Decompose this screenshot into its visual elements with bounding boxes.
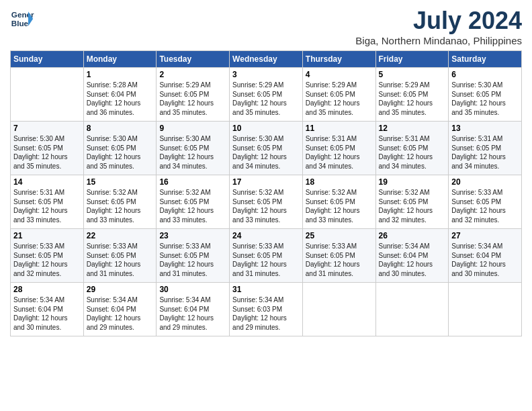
- calendar-day-cell: [302, 283, 375, 336]
- day-number: 1: [87, 70, 154, 79]
- calendar-week-row: 28Sunrise: 5:34 AM Sunset: 6:04 PM Dayli…: [11, 283, 522, 336]
- calendar-day-cell: 23Sunrise: 5:33 AM Sunset: 6:05 PM Dayli…: [157, 229, 230, 283]
- day-info: Sunrise: 5:31 AM Sunset: 6:05 PM Dayligh…: [379, 134, 446, 171]
- calendar-day-cell: 20Sunrise: 5:33 AM Sunset: 6:05 PM Dayli…: [449, 175, 522, 229]
- day-info: Sunrise: 5:33 AM Sunset: 6:05 PM Dayligh…: [306, 242, 373, 278]
- calendar-week-row: 21Sunrise: 5:33 AM Sunset: 6:05 PM Dayli…: [11, 229, 522, 283]
- day-number: 5: [379, 70, 446, 79]
- calendar-day-cell: 12Sunrise: 5:31 AM Sunset: 6:05 PM Dayli…: [375, 122, 449, 175]
- logo-icon: General Blue: [10, 7, 34, 31]
- calendar-day-cell: 4Sunrise: 5:29 AM Sunset: 6:05 PM Daylig…: [302, 68, 375, 122]
- calendar-day-cell: 14Sunrise: 5:31 AM Sunset: 6:05 PM Dayli…: [11, 175, 84, 229]
- day-info: Sunrise: 5:30 AM Sunset: 6:05 PM Dayligh…: [87, 134, 154, 171]
- weekday-header-cell: Monday: [83, 51, 157, 68]
- day-info: Sunrise: 5:33 AM Sunset: 6:05 PM Dayligh…: [232, 242, 300, 278]
- day-number: 31: [232, 285, 300, 294]
- month-year: July 2024: [355, 7, 522, 35]
- day-info: Sunrise: 5:33 AM Sunset: 6:05 PM Dayligh…: [451, 188, 519, 224]
- location: Biga, Northern Mindanao, Philippines: [355, 35, 522, 46]
- day-number: 23: [159, 231, 226, 240]
- calendar-body: 1Sunrise: 5:28 AM Sunset: 6:04 PM Daylig…: [11, 68, 522, 336]
- calendar-day-cell: 18Sunrise: 5:32 AM Sunset: 6:05 PM Dayli…: [302, 175, 375, 229]
- day-number: 30: [159, 285, 226, 294]
- day-info: Sunrise: 5:34 AM Sunset: 6:04 PM Dayligh…: [159, 295, 226, 332]
- svg-text:Blue: Blue: [11, 19, 29, 28]
- calendar-day-cell: 8Sunrise: 5:30 AM Sunset: 6:05 PM Daylig…: [83, 122, 157, 175]
- calendar-day-cell: 16Sunrise: 5:32 AM Sunset: 6:05 PM Dayli…: [157, 175, 230, 229]
- calendar-day-cell: 9Sunrise: 5:30 AM Sunset: 6:05 PM Daylig…: [157, 122, 230, 175]
- calendar-week-row: 1Sunrise: 5:28 AM Sunset: 6:04 PM Daylig…: [11, 68, 522, 122]
- day-number: 20: [451, 177, 519, 187]
- day-number: 21: [13, 231, 81, 240]
- weekday-header-cell: Saturday: [449, 51, 522, 68]
- day-info: Sunrise: 5:30 AM Sunset: 6:05 PM Dayligh…: [232, 134, 300, 171]
- day-number: 22: [87, 231, 154, 240]
- day-number: 12: [379, 124, 446, 133]
- calendar-day-cell: 31Sunrise: 5:34 AM Sunset: 6:03 PM Dayli…: [230, 283, 303, 336]
- day-number: 26: [379, 231, 446, 240]
- day-number: 25: [306, 231, 373, 240]
- calendar-day-cell: 6Sunrise: 5:30 AM Sunset: 6:05 PM Daylig…: [449, 68, 522, 122]
- day-info: Sunrise: 5:33 AM Sunset: 6:05 PM Dayligh…: [159, 242, 226, 278]
- day-info: Sunrise: 5:32 AM Sunset: 6:05 PM Dayligh…: [232, 188, 300, 224]
- weekday-header-cell: Tuesday: [157, 51, 230, 68]
- calendar-week-row: 14Sunrise: 5:31 AM Sunset: 6:05 PM Dayli…: [11, 175, 522, 229]
- day-number: 11: [306, 124, 373, 133]
- day-info: Sunrise: 5:32 AM Sunset: 6:05 PM Dayligh…: [306, 188, 373, 224]
- day-number: 28: [13, 285, 81, 294]
- day-number: 18: [306, 177, 373, 187]
- calendar-day-cell: 24Sunrise: 5:33 AM Sunset: 6:05 PM Dayli…: [230, 229, 303, 283]
- day-info: Sunrise: 5:28 AM Sunset: 6:04 PM Dayligh…: [87, 81, 154, 117]
- calendar-day-cell: 19Sunrise: 5:32 AM Sunset: 6:05 PM Dayli…: [375, 175, 449, 229]
- day-info: Sunrise: 5:32 AM Sunset: 6:05 PM Dayligh…: [159, 188, 226, 224]
- day-number: 17: [232, 177, 300, 187]
- day-info: Sunrise: 5:34 AM Sunset: 6:04 PM Dayligh…: [379, 242, 446, 278]
- day-number: 7: [13, 124, 81, 133]
- day-info: Sunrise: 5:33 AM Sunset: 6:05 PM Dayligh…: [13, 242, 81, 278]
- day-info: Sunrise: 5:31 AM Sunset: 6:05 PM Dayligh…: [306, 134, 373, 171]
- day-number: 16: [159, 177, 226, 187]
- day-number: 8: [87, 124, 154, 133]
- day-info: Sunrise: 5:31 AM Sunset: 6:05 PM Dayligh…: [13, 188, 81, 224]
- calendar-day-cell: [375, 283, 449, 336]
- day-info: Sunrise: 5:34 AM Sunset: 6:03 PM Dayligh…: [232, 295, 300, 332]
- day-number: 10: [232, 124, 300, 133]
- day-number: 4: [306, 70, 373, 79]
- weekday-header-cell: Wednesday: [230, 51, 303, 68]
- day-number: 15: [87, 177, 154, 187]
- calendar-day-cell: 22Sunrise: 5:33 AM Sunset: 6:05 PM Dayli…: [83, 229, 157, 283]
- calendar-day-cell: 13Sunrise: 5:31 AM Sunset: 6:05 PM Dayli…: [449, 122, 522, 175]
- day-info: Sunrise: 5:29 AM Sunset: 6:05 PM Dayligh…: [306, 81, 373, 117]
- calendar-day-cell: [449, 283, 522, 336]
- day-number: 2: [159, 70, 226, 79]
- day-number: 6: [451, 70, 519, 79]
- logo: General Blue: [10, 7, 34, 31]
- calendar-week-row: 7Sunrise: 5:30 AM Sunset: 6:05 PM Daylig…: [11, 122, 522, 175]
- weekday-header-cell: Thursday: [302, 51, 375, 68]
- calendar-day-cell: [11, 68, 84, 122]
- calendar-day-cell: 1Sunrise: 5:28 AM Sunset: 6:04 PM Daylig…: [83, 68, 157, 122]
- day-info: Sunrise: 5:31 AM Sunset: 6:05 PM Dayligh…: [451, 134, 519, 171]
- calendar-day-cell: 5Sunrise: 5:29 AM Sunset: 6:05 PM Daylig…: [375, 68, 449, 122]
- weekday-header-row: SundayMondayTuesdayWednesdayThursdayFrid…: [11, 51, 522, 68]
- day-number: 14: [13, 177, 81, 187]
- day-info: Sunrise: 5:33 AM Sunset: 6:05 PM Dayligh…: [87, 242, 154, 278]
- day-number: 24: [232, 231, 300, 240]
- calendar-day-cell: 11Sunrise: 5:31 AM Sunset: 6:05 PM Dayli…: [302, 122, 375, 175]
- calendar-day-cell: 7Sunrise: 5:30 AM Sunset: 6:05 PM Daylig…: [11, 122, 84, 175]
- calendar-day-cell: 17Sunrise: 5:32 AM Sunset: 6:05 PM Dayli…: [230, 175, 303, 229]
- day-number: 3: [232, 70, 300, 79]
- day-number: 27: [451, 231, 519, 240]
- day-info: Sunrise: 5:34 AM Sunset: 6:04 PM Dayligh…: [451, 242, 519, 278]
- day-info: Sunrise: 5:29 AM Sunset: 6:05 PM Dayligh…: [232, 81, 300, 117]
- day-number: 9: [159, 124, 226, 133]
- calendar-day-cell: 26Sunrise: 5:34 AM Sunset: 6:04 PM Dayli…: [375, 229, 449, 283]
- title-area: July 2024 Biga, Northern Mindanao, Phili…: [355, 7, 522, 46]
- day-info: Sunrise: 5:29 AM Sunset: 6:05 PM Dayligh…: [159, 81, 226, 117]
- calendar-table: SundayMondayTuesdayWednesdayThursdayFrid…: [10, 50, 522, 336]
- page-header: General Blue July 2024 Biga, Northern Mi…: [10, 7, 522, 46]
- calendar-day-cell: 3Sunrise: 5:29 AM Sunset: 6:05 PM Daylig…: [230, 68, 303, 122]
- day-number: 13: [451, 124, 519, 133]
- calendar-day-cell: 21Sunrise: 5:33 AM Sunset: 6:05 PM Dayli…: [11, 229, 84, 283]
- day-number: 29: [87, 285, 154, 294]
